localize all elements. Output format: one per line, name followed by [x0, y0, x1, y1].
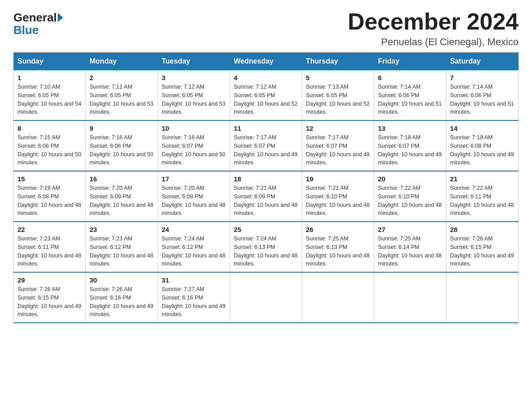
day-number: 7	[450, 74, 515, 81]
calendar-day-cell: 30 Sunrise: 7:26 AMSunset: 6:16 PMDaylig…	[86, 272, 158, 323]
calendar-week-row: 15 Sunrise: 7:19 AMSunset: 6:08 PMDaylig…	[14, 171, 519, 222]
day-info: Sunrise: 7:11 AMSunset: 6:05 PMDaylight:…	[90, 83, 154, 116]
day-info: Sunrise: 7:25 AMSunset: 6:14 PMDaylight:…	[378, 235, 442, 268]
calendar-col-header-friday: Friday	[374, 53, 446, 70]
month-title: December 2024	[348, 9, 519, 34]
calendar-col-header-sunday: Sunday	[14, 53, 86, 70]
calendar-day-cell: 13 Sunrise: 7:18 AMSunset: 6:07 PMDaylig…	[374, 120, 446, 171]
day-info: Sunrise: 7:20 AMSunset: 6:09 PMDaylight:…	[162, 184, 226, 218]
calendar-day-cell: 12 Sunrise: 7:17 AMSunset: 6:07 PMDaylig…	[302, 120, 374, 171]
calendar-day-cell: 26 Sunrise: 7:25 AMSunset: 6:13 PMDaylig…	[302, 222, 374, 272]
calendar-day-cell: 4 Sunrise: 7:12 AMSunset: 6:05 PMDayligh…	[230, 70, 302, 121]
day-info: Sunrise: 7:25 AMSunset: 6:13 PMDaylight:…	[306, 235, 370, 268]
calendar-day-cell: 29 Sunrise: 7:26 AMSunset: 6:15 PMDaylig…	[14, 272, 86, 323]
day-info: Sunrise: 7:20 AMSunset: 6:09 PMDaylight:…	[90, 184, 154, 218]
calendar-day-cell: 17 Sunrise: 7:20 AMSunset: 6:09 PMDaylig…	[158, 171, 230, 222]
logo-blue-text: Blue	[13, 23, 39, 37]
day-info: Sunrise: 7:12 AMSunset: 6:05 PMDaylight:…	[234, 83, 298, 116]
day-number: 11	[234, 124, 298, 132]
day-info: Sunrise: 7:22 AMSunset: 6:11 PMDaylight:…	[450, 184, 515, 218]
day-number: 3	[162, 74, 226, 81]
day-number: 5	[306, 74, 370, 81]
day-number: 27	[378, 226, 442, 233]
day-info: Sunrise: 7:12 AMSunset: 6:05 PMDaylight:…	[162, 83, 226, 116]
calendar-col-header-wednesday: Wednesday	[230, 53, 302, 70]
day-info: Sunrise: 7:27 AMSunset: 6:16 PMDaylight:…	[162, 285, 226, 319]
day-info: Sunrise: 7:14 AMSunset: 6:06 PMDaylight:…	[378, 83, 442, 116]
day-number: 1	[17, 74, 82, 81]
calendar-week-row: 1 Sunrise: 7:10 AMSunset: 6:05 PMDayligh…	[14, 70, 519, 121]
day-info: Sunrise: 7:19 AMSunset: 6:08 PMDaylight:…	[450, 133, 515, 167]
day-info: Sunrise: 7:17 AMSunset: 6:07 PMDaylight:…	[234, 133, 298, 167]
day-info: Sunrise: 7:24 AMSunset: 6:12 PMDaylight:…	[162, 235, 226, 268]
calendar-day-cell: 10 Sunrise: 7:16 AMSunset: 6:07 PMDaylig…	[158, 120, 230, 171]
day-number: 14	[450, 124, 515, 132]
calendar-day-cell: 20 Sunrise: 7:22 AMSunset: 6:10 PMDaylig…	[374, 171, 446, 222]
calendar-week-row: 8 Sunrise: 7:15 AMSunset: 6:06 PMDayligh…	[14, 120, 519, 171]
calendar-day-cell: 23 Sunrise: 7:23 AMSunset: 6:12 PMDaylig…	[86, 222, 158, 272]
day-number: 22	[17, 226, 82, 233]
calendar-day-cell: 16 Sunrise: 7:20 AMSunset: 6:09 PMDaylig…	[86, 171, 158, 222]
day-number: 16	[90, 175, 154, 183]
calendar-day-cell: 11 Sunrise: 7:17 AMSunset: 6:07 PMDaylig…	[230, 120, 302, 171]
day-number: 25	[234, 226, 298, 233]
day-info: Sunrise: 7:16 AMSunset: 6:07 PMDaylight:…	[162, 133, 226, 167]
day-number: 13	[378, 124, 442, 132]
calendar-day-cell: 21 Sunrise: 7:22 AMSunset: 6:11 PMDaylig…	[446, 171, 519, 222]
day-number: 20	[378, 175, 442, 183]
day-info: Sunrise: 7:23 AMSunset: 6:11 PMDaylight:…	[17, 235, 82, 268]
day-info: Sunrise: 7:14 AMSunset: 6:06 PMDaylight:…	[450, 83, 515, 116]
day-info: Sunrise: 7:19 AMSunset: 6:08 PMDaylight:…	[17, 184, 82, 218]
day-number: 17	[162, 175, 226, 183]
calendar-col-header-monday: Monday	[86, 53, 158, 70]
day-info: Sunrise: 7:13 AMSunset: 6:05 PMDaylight:…	[306, 83, 370, 116]
calendar-day-cell	[302, 272, 374, 323]
calendar-day-cell: 9 Sunrise: 7:16 AMSunset: 6:06 PMDayligh…	[86, 120, 158, 171]
day-info: Sunrise: 7:24 AMSunset: 6:13 PMDaylight:…	[234, 235, 298, 268]
calendar-day-cell: 15 Sunrise: 7:19 AMSunset: 6:08 PMDaylig…	[14, 171, 86, 222]
calendar-day-cell: 24 Sunrise: 7:24 AMSunset: 6:12 PMDaylig…	[158, 222, 230, 272]
calendar-day-cell: 28 Sunrise: 7:26 AMSunset: 6:15 PMDaylig…	[446, 222, 519, 272]
logo-arrow-icon	[58, 13, 63, 22]
title-block: December 2024 Penuelas (El Cienegal), Me…	[348, 9, 519, 48]
day-number: 9	[90, 124, 154, 132]
day-number: 8	[17, 124, 82, 132]
calendar-day-cell: 19 Sunrise: 7:21 AMSunset: 6:10 PMDaylig…	[302, 171, 374, 222]
calendar-day-cell: 2 Sunrise: 7:11 AMSunset: 6:05 PMDayligh…	[86, 70, 158, 121]
calendar-header-row: SundayMondayTuesdayWednesdayThursdayFrid…	[14, 53, 519, 70]
calendar-week-row: 22 Sunrise: 7:23 AMSunset: 6:11 PMDaylig…	[14, 222, 519, 272]
day-number: 2	[90, 74, 154, 81]
calendar-day-cell	[230, 272, 302, 323]
calendar-day-cell	[374, 272, 446, 323]
calendar-day-cell: 18 Sunrise: 7:21 AMSunset: 6:09 PMDaylig…	[230, 171, 302, 222]
calendar-col-header-saturday: Saturday	[446, 53, 519, 70]
calendar-day-cell: 5 Sunrise: 7:13 AMSunset: 6:05 PMDayligh…	[302, 70, 374, 121]
day-number: 31	[162, 276, 226, 284]
day-number: 6	[378, 74, 442, 81]
day-number: 19	[306, 175, 370, 183]
logo-general-text: General	[13, 12, 57, 23]
calendar-day-cell: 14 Sunrise: 7:19 AMSunset: 6:08 PMDaylig…	[446, 120, 519, 171]
day-number: 21	[450, 175, 515, 183]
day-info: Sunrise: 7:21 AMSunset: 6:10 PMDaylight:…	[306, 184, 370, 218]
day-number: 15	[17, 175, 82, 183]
day-number: 12	[306, 124, 370, 132]
location-subtitle: Penuelas (El Cienegal), Mexico	[348, 36, 519, 48]
day-info: Sunrise: 7:17 AMSunset: 6:07 PMDaylight:…	[306, 133, 370, 167]
day-info: Sunrise: 7:23 AMSunset: 6:12 PMDaylight:…	[90, 235, 154, 268]
calendar-col-header-thursday: Thursday	[302, 53, 374, 70]
calendar-day-cell: 8 Sunrise: 7:15 AMSunset: 6:06 PMDayligh…	[14, 120, 86, 171]
day-info: Sunrise: 7:18 AMSunset: 6:07 PMDaylight:…	[378, 133, 442, 167]
day-info: Sunrise: 7:26 AMSunset: 6:15 PMDaylight:…	[450, 235, 515, 268]
calendar-week-row: 29 Sunrise: 7:26 AMSunset: 6:15 PMDaylig…	[14, 272, 519, 323]
day-number: 26	[306, 226, 370, 233]
day-number: 4	[234, 74, 298, 81]
calendar-day-cell: 31 Sunrise: 7:27 AMSunset: 6:16 PMDaylig…	[158, 272, 230, 323]
day-number: 28	[450, 226, 515, 233]
day-info: Sunrise: 7:26 AMSunset: 6:16 PMDaylight:…	[90, 285, 154, 319]
day-number: 30	[90, 276, 154, 284]
day-info: Sunrise: 7:10 AMSunset: 6:05 PMDaylight:…	[17, 83, 82, 116]
calendar-table: SundayMondayTuesdayWednesdayThursdayFrid…	[13, 52, 519, 323]
day-number: 10	[162, 124, 226, 132]
calendar-day-cell: 3 Sunrise: 7:12 AMSunset: 6:05 PMDayligh…	[158, 70, 230, 121]
